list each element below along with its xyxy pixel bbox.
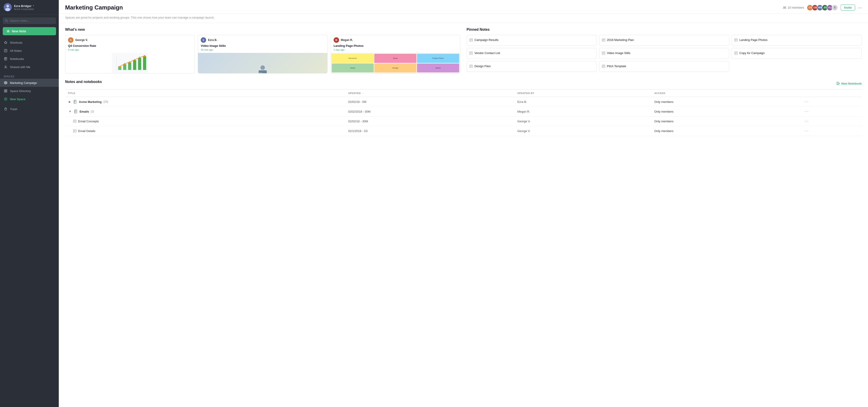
row-title[interactable]: Emails xyxy=(80,110,89,113)
expand-button[interactable]: ▶ xyxy=(68,100,72,104)
svg-rect-54 xyxy=(267,65,271,67)
expand-button[interactable]: ▼ xyxy=(68,109,72,114)
svg-point-44 xyxy=(129,61,130,63)
new-notebook-button[interactable]: New Notebook xyxy=(836,82,862,85)
card-thumbnail-chart xyxy=(65,53,194,73)
pinned-note-copy[interactable]: Copy for Campaign xyxy=(732,48,862,59)
row-updated: 02/02/18 - 5M xyxy=(345,97,515,107)
spaces-section-label: Spaces xyxy=(0,72,59,79)
row-actions[interactable]: ··· xyxy=(802,126,862,136)
svg-point-1 xyxy=(6,5,9,7)
row-updated-by: Megan R. xyxy=(515,107,652,117)
page-title: Marketing Campaign xyxy=(65,4,123,11)
note-icon xyxy=(602,65,605,68)
svg-point-45 xyxy=(134,59,135,60)
activity-card-q4[interactable]: G George V. Q4 Conversion Rate 0 min ago xyxy=(65,35,195,73)
svg-rect-41 xyxy=(143,56,146,70)
activity-card-video[interactable]: E Ezra B. Video Image Stills 30 min ago xyxy=(198,35,327,73)
row-actions[interactable]: ··· xyxy=(802,97,862,107)
sidebar-item-shared[interactable]: Shared with Me xyxy=(0,63,59,71)
table-row: ▶ Acme Marketing (10) 02/02/18 - 5M Ezra… xyxy=(65,97,862,107)
sidebar: Ezra Bridger Acme Corporation New Note S xyxy=(0,0,59,407)
col-actions xyxy=(802,90,862,97)
svg-point-4 xyxy=(5,20,7,21)
pinned-note-2018-marketing[interactable]: 2018 Marketing Plan xyxy=(599,35,729,46)
new-note-button[interactable]: New Note xyxy=(3,27,56,35)
pinned-note-landing-page[interactable]: Landing Page Photos xyxy=(732,35,862,46)
row-title[interactable]: Acme Marketing xyxy=(79,100,101,103)
sidebar-item-all-notes[interactable]: All Notes xyxy=(0,46,59,55)
svg-point-46 xyxy=(139,57,141,58)
svg-marker-3 xyxy=(33,5,34,6)
row-title[interactable]: Email Details xyxy=(78,129,95,133)
member-avatar-count: 5 xyxy=(832,4,838,11)
row-title[interactable]: Email Concepts xyxy=(78,120,99,123)
note-icon xyxy=(735,52,738,55)
notebook-icon xyxy=(73,100,77,103)
svg-rect-52 xyxy=(258,72,262,73)
pinned-note-vendor[interactable]: Vendor Contact List xyxy=(467,48,597,59)
card-time: 1 day ago xyxy=(331,49,460,53)
sidebar-item-marketing-campaign[interactable]: Marketing Campaign xyxy=(0,79,59,87)
table-row: Email Details 02/1/2018 - 1D George V. O… xyxy=(65,126,862,136)
note-icon xyxy=(602,52,605,55)
author-avatar: G xyxy=(68,37,73,43)
main-content: Marketing Campaign 10 members GV EB MR J… xyxy=(59,0,868,407)
trash-icon xyxy=(4,107,8,111)
sidebar-user-name[interactable]: Ezra Bridger xyxy=(14,4,55,8)
row-count: (10) xyxy=(103,100,108,103)
table-row: ▼ Emails (3) 0202/2018 - 30M Megan R. On… xyxy=(65,107,862,117)
note-icon xyxy=(73,120,76,123)
activity-card-landing[interactable]: M Megan R. Landing Page Photos 1 day ago… xyxy=(331,35,460,73)
row-more-button[interactable]: ··· xyxy=(804,129,809,133)
note-icon xyxy=(469,65,473,68)
notes-header: Notes and notebooks New Notebook xyxy=(65,80,862,87)
card-thumbnail-sticky: Research Ideas Project Plans Goals Desig… xyxy=(331,53,460,73)
pinned-notes-title: Pinned Notes xyxy=(467,28,862,32)
svg-point-29 xyxy=(783,6,784,8)
col-title[interactable]: TITLE xyxy=(65,90,345,97)
row-actions[interactable]: ··· xyxy=(802,117,862,126)
row-updated: 02/02/18 - 30M xyxy=(345,117,515,126)
row-updated: 0202/2018 - 30M xyxy=(345,107,515,117)
row-count: (3) xyxy=(91,110,94,113)
row-more-button[interactable]: ··· xyxy=(804,119,809,123)
title-cell: Email Details xyxy=(65,126,345,136)
svg-rect-10 xyxy=(4,49,7,52)
row-more-button[interactable]: ··· xyxy=(804,109,809,113)
chevron-down-icon xyxy=(32,5,35,7)
pinned-note-design[interactable]: Design Files xyxy=(467,61,597,72)
search-input[interactable] xyxy=(10,19,54,22)
sidebar-item-space-directory[interactable]: Space Directory xyxy=(0,87,59,95)
main-header: Marketing Campaign 10 members GV EB MR J… xyxy=(59,0,868,13)
new-space-button[interactable]: New Space xyxy=(0,95,59,103)
more-options-button[interactable]: ··· xyxy=(858,5,862,10)
note-icon xyxy=(469,52,473,55)
whats-new-title: What's new xyxy=(65,28,460,32)
plus-circle-icon xyxy=(4,97,8,101)
svg-point-47 xyxy=(144,55,145,57)
note-icon xyxy=(469,38,473,42)
col-access: ACCESS xyxy=(652,90,802,97)
card-title: Q4 Conversion Rate xyxy=(65,44,194,49)
pinned-note-video[interactable]: Video Image Stills xyxy=(599,48,729,59)
pinned-note-campaign-results[interactable]: Campaign Results xyxy=(467,35,597,46)
sidebar-item-trash[interactable]: Trash xyxy=(0,105,59,113)
pinned-notes-grid: Campaign Results 2018 Marketing Plan Lan… xyxy=(467,35,862,72)
invite-button[interactable]: Invite xyxy=(841,4,855,11)
svg-marker-9 xyxy=(4,41,7,44)
sidebar-item-shortcuts[interactable]: Shortcuts xyxy=(0,38,59,46)
sidebar-item-notebooks[interactable]: Notebooks xyxy=(0,55,59,63)
row-more-button[interactable]: ··· xyxy=(804,100,809,103)
sidebar-user-org: Acme Corporation xyxy=(14,8,55,10)
cube-icon xyxy=(4,81,8,85)
search-box[interactable] xyxy=(3,18,56,24)
notebook-icon xyxy=(4,57,8,61)
card-author: E Ezra B. xyxy=(198,35,327,44)
row-actions[interactable]: ··· xyxy=(802,107,862,117)
svg-point-42 xyxy=(119,66,121,67)
header-right: 10 members GV EB MR JD KL 5 Invite ··· xyxy=(783,4,862,11)
col-updated[interactable]: UPDATED ↓ xyxy=(345,90,515,97)
pinned-note-pitch[interactable]: Pitch Template xyxy=(599,61,729,72)
table-row: Email Concepts 02/02/18 - 30M George V. … xyxy=(65,117,862,126)
